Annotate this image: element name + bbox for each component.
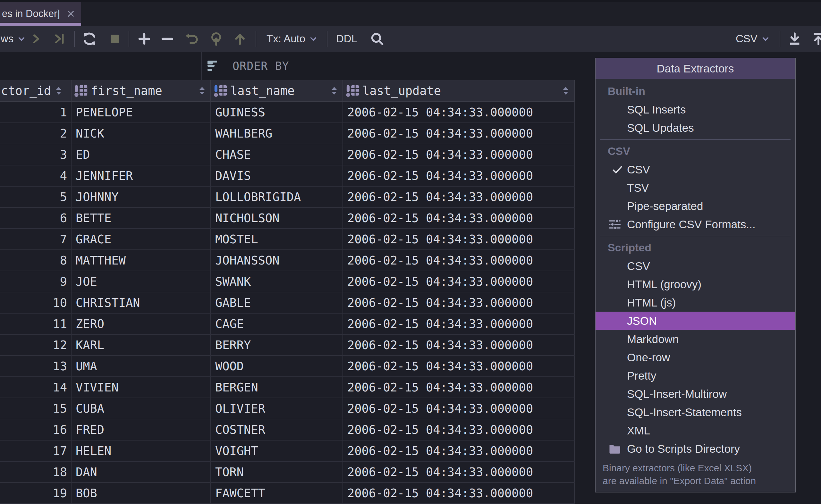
cell-first-name[interactable]: MATTHEW [72,250,211,271]
cell-first-name[interactable]: JOE [72,271,211,292]
cell-first-name[interactable]: JOHNNY [72,187,211,207]
cell-last-update[interactable]: 2006-02-15 04:34:33.000000 [343,187,575,207]
row-id-cell[interactable]: 13 [0,356,72,376]
cell-last-name[interactable]: FAWCETT [211,483,343,503]
last-page-button[interactable] [51,26,66,52]
cell-last-update[interactable]: 2006-02-15 04:34:33.000000 [343,292,575,313]
stop-button[interactable] [108,26,122,52]
transaction-mode-dropdown[interactable]: Tx: Auto [267,26,318,52]
revert-button[interactable] [184,26,199,52]
column-header-last-update[interactable]: last_update [343,80,575,101]
menu-item-json[interactable]: JSON [596,312,795,330]
menu-item-pretty[interactable]: Pretty [596,366,795,385]
submit-all-button[interactable] [232,26,248,52]
cell-last-update[interactable]: 2006-02-15 04:34:33.000000 [343,356,575,376]
cell-last-update[interactable]: 2006-02-15 04:34:33.000000 [343,208,575,228]
row-id-cell[interactable]: 7 [0,229,72,249]
row-id-cell[interactable]: 15 [0,398,72,419]
cell-last-update[interactable]: 2006-02-15 04:34:33.000000 [343,419,575,440]
row-id-cell[interactable]: 17 [0,441,72,461]
menu-item-sql-insert-statements[interactable]: SQL-Insert-Statements [596,403,795,421]
cell-last-name[interactable]: WOOD [211,356,343,376]
cell-first-name[interactable]: ED [72,144,211,165]
row-id-cell[interactable]: 1 [0,102,72,122]
row-id-cell[interactable]: 4 [0,165,72,186]
row-id-cell[interactable]: 10 [0,292,72,313]
cell-first-name[interactable]: KARL [72,335,211,355]
cell-first-name[interactable]: BETTE [72,208,211,228]
cell-last-name[interactable]: OLIVIER [211,398,343,419]
cell-last-update[interactable]: 2006-02-15 04:34:33.000000 [343,398,575,419]
row-id-cell[interactable]: 16 [0,419,72,440]
export-data-button[interactable] [787,26,802,52]
cell-last-name[interactable]: GUINESS [211,102,343,122]
cell-last-update[interactable]: 2006-02-15 04:34:33.000000 [343,102,575,122]
search-button[interactable] [369,26,385,52]
page-size-dropdown[interactable]: ws [1,26,26,52]
cell-last-name[interactable]: JOHANSSON [211,250,343,271]
sort-widget-icon[interactable] [563,87,568,95]
delete-row-button[interactable] [160,26,175,52]
extractor-dropdown[interactable]: CSV [736,26,770,52]
menu-item-csv[interactable]: CSV [596,257,795,275]
cell-first-name[interactable]: FRED [72,419,211,440]
cell-last-name[interactable]: LOLLOBRIGIDA [211,187,343,207]
sort-widget-icon[interactable] [199,87,205,95]
cell-first-name[interactable]: JENNIFER [72,165,211,186]
cell-first-name[interactable]: DAN [72,462,211,482]
menu-item-sql-inserts[interactable]: SQL Inserts [596,100,795,119]
row-id-cell[interactable]: 6 [0,208,72,228]
row-id-cell[interactable]: 3 [0,144,72,165]
row-id-cell[interactable]: 2 [0,123,72,144]
cell-last-update[interactable]: 2006-02-15 04:34:33.000000 [343,483,575,503]
cell-last-update[interactable]: 2006-02-15 04:34:33.000000 [343,462,575,482]
row-id-cell[interactable]: 19 [0,483,72,503]
cell-first-name[interactable]: UMA [72,356,211,376]
cell-first-name[interactable]: NICK [72,123,211,144]
column-header-ctor-id[interactable]: ctor_id [0,80,72,101]
ddl-button[interactable]: DDL [336,26,357,52]
menu-item-one-row[interactable]: One-row [596,348,795,366]
cell-last-update[interactable]: 2006-02-15 04:34:33.000000 [343,314,575,334]
row-id-cell[interactable]: 9 [0,271,72,292]
cell-last-name[interactable]: BERRY [211,335,343,355]
menu-item-sql-updates[interactable]: SQL Updates [596,119,795,137]
menu-item-markdown[interactable]: Markdown [596,330,795,348]
cell-last-name[interactable]: COSTNER [211,419,343,440]
menu-item-go-to-scripts-directory[interactable]: Go to Scripts Directory [596,440,795,458]
cell-last-update[interactable]: 2006-02-15 04:34:33.000000 [343,271,575,292]
row-id-cell[interactable]: 11 [0,314,72,334]
cell-first-name[interactable]: VIVIEN [72,377,211,398]
row-id-cell[interactable]: 14 [0,377,72,398]
cell-last-name[interactable]: BERGEN [211,377,343,398]
order-by-field[interactable]: ORDER BY [207,52,289,80]
cell-last-update[interactable]: 2006-02-15 04:34:33.000000 [343,335,575,355]
cell-first-name[interactable]: BOB [72,483,211,503]
menu-item-sql-insert-multirow[interactable]: SQL-Insert-Multirow [596,385,795,403]
row-id-cell[interactable]: 12 [0,335,72,355]
menu-item-pipe-separated[interactable]: Pipe-separated [596,197,795,215]
cell-last-name[interactable]: TORN [211,462,343,482]
add-row-button[interactable] [137,26,152,52]
cell-last-update[interactable]: 2006-02-15 04:34:33.000000 [343,123,575,144]
sort-widget-icon[interactable] [332,87,337,95]
cell-last-update[interactable]: 2006-02-15 04:34:33.000000 [343,377,575,398]
cell-first-name[interactable]: CUBA [72,398,211,419]
column-header-first-name[interactable]: first_name [72,80,211,101]
cell-last-name[interactable]: CHASE [211,144,343,165]
cell-last-name[interactable]: SWANK [211,271,343,292]
menu-item-csv[interactable]: CSV [596,160,795,179]
menu-item-xml[interactable]: XML [596,421,795,440]
row-id-cell[interactable]: 5 [0,187,72,207]
cell-last-name[interactable]: VOIGHT [211,441,343,461]
cell-first-name[interactable]: ZERO [72,314,211,334]
refresh-button[interactable] [81,26,97,52]
cell-last-update[interactable]: 2006-02-15 04:34:33.000000 [343,165,575,186]
menu-item-html-groovy[interactable]: HTML (groovy) [596,275,795,293]
cell-first-name[interactable]: GRACE [72,229,211,249]
row-id-cell[interactable]: 8 [0,250,72,271]
cell-last-name[interactable]: CAGE [211,314,343,334]
menu-item-configure-csv-formats[interactable]: Configure CSV Formats... [596,215,795,233]
cell-last-name[interactable]: NICHOLSON [211,208,343,228]
close-icon[interactable] [66,9,76,19]
